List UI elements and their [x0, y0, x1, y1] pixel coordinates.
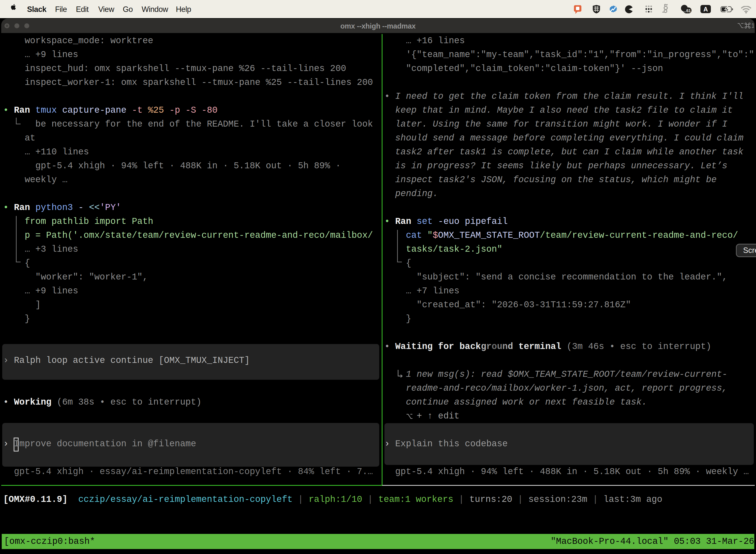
svg-text:A: A	[703, 6, 708, 13]
svg-text:..61: ..61	[684, 8, 691, 13]
svg-text:1: 1	[751, 22, 754, 29]
